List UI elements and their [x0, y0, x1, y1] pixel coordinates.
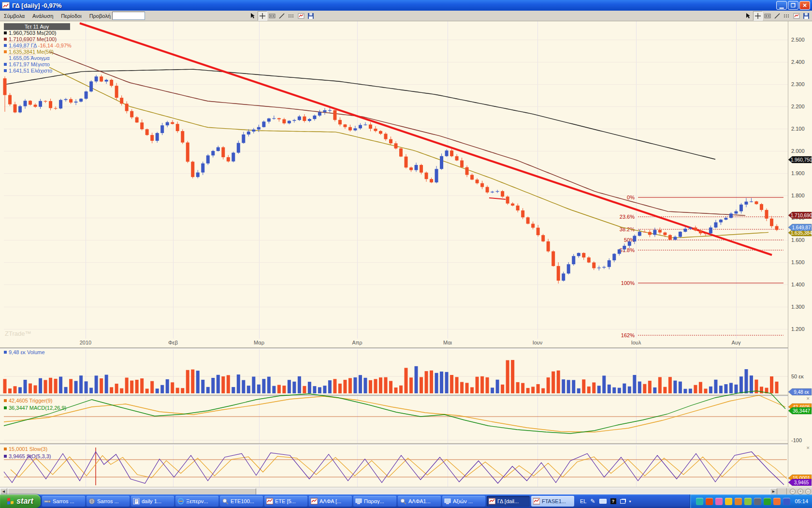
pane-legend: 42,4605 Trigger(9) [9, 398, 53, 403]
close-button[interactable]: ✕ [799, 1, 810, 10]
taskbar-button-daily-1-[interactable]: daily 1... [131, 496, 174, 507]
taskbar-button-ΓΔ-dail-[interactable]: ΓΔ [dail... [487, 496, 530, 507]
chart-scroll-row: ◀ ▶ − + ↔ [0, 488, 812, 494]
fit-width-icon[interactable]: ↔ [805, 489, 811, 494]
pane-close-icon[interactable]: ✕ [806, 396, 810, 401]
chart-icon[interactable] [792, 11, 801, 21]
x-axis-label: Ιουλ [631, 340, 641, 345]
price-tag: 1.710,690 [788, 212, 812, 219]
pane-legend: 36,3447 MACD(12,26,9) [9, 405, 66, 411]
x-axis-label: Φεβ [168, 340, 178, 345]
tray-icon-2[interactable] [706, 498, 713, 505]
restore-toolbar-icon[interactable] [620, 499, 625, 504]
y-axis-label: 1.900 [791, 170, 805, 176]
legend-row: 1.710,6907 Me(100) [9, 36, 57, 42]
taskbar-button-ΑΛΦΑ-[interactable]: ΑΛΦΑ [... [309, 496, 352, 507]
taskbar-button-Sarros-[interactable]: Sarros ... [87, 496, 130, 507]
y-axis-label: 2.300 [791, 81, 805, 87]
watermark: ZTrade™ [5, 330, 31, 337]
dotted-lines-icon[interactable] [782, 11, 792, 21]
pane-legend: 3,9465 StO(5,3,3) [9, 453, 51, 459]
trend-line-icon[interactable] [277, 11, 287, 21]
svg-text:3,9465: 3,9465 [794, 480, 809, 485]
crosshair-icon[interactable] [753, 11, 763, 21]
taskbar-button-FTASE1-[interactable]: FTASE1... [531, 496, 574, 507]
chart-canvas[interactable]: ZTrade™0%23.6%38.2%50%61.8%100%162%2.500… [0, 21, 812, 488]
app-icon [2, 2, 10, 9]
tray-icon-8[interactable] [764, 498, 771, 505]
menu-Προβολή[interactable]: Προβολή [86, 12, 115, 20]
windows-logo-icon [7, 497, 14, 505]
dotted-lines-icon[interactable] [287, 11, 296, 21]
minimize-button[interactable]: ▁ [776, 1, 787, 10]
grid-box-icon[interactable] [267, 11, 277, 21]
language-bar: EL ✎ ? ▾ [580, 498, 631, 505]
zoom-out-icon[interactable]: − [790, 489, 796, 494]
tray-icon-3[interactable] [715, 498, 723, 505]
menu-Σύμβολα[interactable]: Σύμβολα [0, 12, 29, 20]
legend-row: 1.635,3841 Me(50) [9, 49, 54, 55]
tray-icon-6[interactable] [744, 498, 752, 505]
trend-line-icon[interactable] [772, 11, 782, 21]
toolbar-left [248, 11, 316, 21]
price-tag: 1.649,87 [788, 224, 812, 231]
cursor-icon[interactable] [248, 11, 258, 21]
tray-icon-1[interactable] [696, 498, 703, 505]
tray-icon-7[interactable] [754, 498, 761, 505]
svg-text:1.710,690: 1.710,690 [791, 213, 812, 218]
grid-box-icon[interactable] [763, 11, 772, 21]
x-axis-label: 2010 [80, 340, 91, 345]
legend-row: 1.649,87 ΓΔ -16,14 -0,97% [9, 43, 72, 48]
zoom-in-icon[interactable]: + [798, 489, 803, 494]
svg-text:1.649,87: 1.649,87 [792, 225, 811, 230]
pen-icon[interactable]: ✎ [590, 498, 595, 505]
help-icon[interactable]: ? [610, 498, 616, 504]
cursor-icon[interactable] [743, 11, 753, 21]
svg-text:36,3447: 36,3447 [793, 408, 811, 414]
menu-Ανάλυση[interactable]: Ανάλυση [29, 12, 57, 20]
legend-date: Τετ 11 Αυγ [25, 24, 49, 30]
scroll-left-button[interactable]: ◀ [0, 488, 7, 495]
menu-bar: ΣύμβολαΑνάλυσηΠερίοδοιΠροβολή [0, 11, 812, 21]
save-icon[interactable] [306, 11, 316, 21]
y-axis-label: 1.300 [791, 304, 805, 310]
taskbar-button-Παραγ-[interactable]: Παραγ... [353, 496, 396, 507]
restore-button[interactable]: ❐ [788, 1, 798, 10]
crosshair-icon[interactable] [258, 11, 267, 21]
taskbar-button-ΕΤΕ-5-[interactable]: ΕΤΕ [5... [264, 496, 307, 507]
system-tray: 05:14 [690, 494, 812, 508]
zoom-controls: − + ↔ [786, 488, 811, 495]
svg-text:1.960,750: 1.960,750 [791, 157, 812, 163]
tray-icon-5[interactable] [735, 498, 742, 505]
language-indicator[interactable]: EL [580, 498, 586, 504]
price-tag: 36,3447 [788, 407, 812, 414]
macd-axis-label: -100 [791, 437, 802, 443]
symbol-input[interactable] [112, 12, 145, 20]
start-button[interactable]: start [0, 494, 41, 508]
volume-axis-label: 50 εκ [791, 374, 804, 379]
scroll-right-button[interactable]: ▶ [770, 488, 777, 495]
pane-legend: 9,48 εκ Volume [9, 349, 45, 355]
pane-close-icon[interactable]: ✕ [806, 446, 810, 450]
taskbar-button-Sarros-[interactable]: Sarros ... [42, 496, 85, 507]
tray-icon-9[interactable] [773, 498, 781, 505]
legend-row: 1.960,7503 Ms(200) [9, 30, 56, 36]
y-axis-label: 2.500 [791, 37, 805, 43]
taskbar-button-Ξεπερν-[interactable]: Ξεπερν... [175, 496, 218, 507]
tray-icon-10[interactable] [783, 498, 790, 505]
menu-Περίοδοι[interactable]: Περίοδοι [57, 12, 85, 20]
taskbar-button-Αξι-ν-[interactable]: Αξιών ... [442, 496, 485, 507]
horizontal-scrollbar[interactable]: ◀ ▶ [0, 488, 777, 495]
legend-row: 1.655,05 Άνοιγμα [9, 55, 50, 61]
y-axis-label: 1.500 [791, 259, 805, 265]
price-tag: 9,48 εκ [788, 388, 812, 395]
taskbar-button-ΑΛΦΑ1-[interactable]: ΑΛΦΑ1... [398, 496, 441, 507]
scrollbar-thumb[interactable] [8, 488, 256, 495]
chevron-down-icon[interactable]: ▾ [629, 499, 631, 504]
save-icon[interactable] [801, 11, 811, 21]
tray-icon-4[interactable] [725, 498, 732, 505]
chart-icon[interactable] [296, 11, 306, 21]
taskbar-button-ΕΤΕ100-[interactable]: ΕΤΕ100... [220, 496, 263, 507]
svg-text:61.8%: 61.8% [620, 247, 635, 253]
keyboard-icon[interactable] [599, 499, 607, 504]
